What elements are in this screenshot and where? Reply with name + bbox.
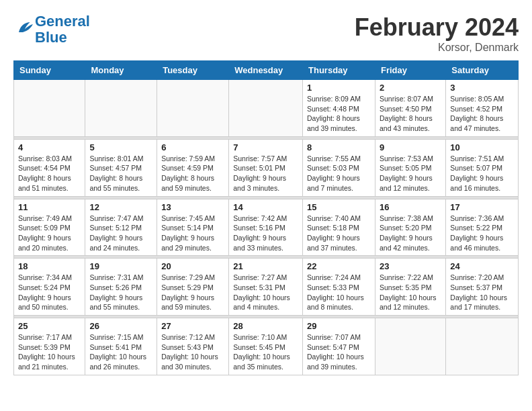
- day-number: 16: [380, 202, 441, 212]
- day-info: Sunrise: 7:40 AM Sunset: 5:18 PM Dayligh…: [307, 214, 371, 253]
- calendar-cell: 20Sunrise: 7:29 AM Sunset: 5:29 PM Dayli…: [157, 259, 229, 316]
- day-info: Sunrise: 7:10 AM Sunset: 5:45 PM Dayligh…: [233, 332, 298, 372]
- day-info: Sunrise: 7:27 AM Sunset: 5:31 PM Dayligh…: [233, 273, 298, 312]
- day-number: 27: [161, 321, 224, 331]
- day-number: 9: [380, 142, 441, 152]
- calendar-cell: [229, 80, 303, 137]
- logo-text: General Blue: [35, 13, 90, 46]
- day-number: 5: [89, 142, 152, 152]
- day-number: 1: [307, 83, 371, 93]
- calendar-cell: 12Sunrise: 7:47 AM Sunset: 5:12 PM Dayli…: [85, 199, 157, 256]
- day-info: Sunrise: 7:55 AM Sunset: 5:03 PM Dayligh…: [307, 154, 371, 193]
- day-info: Sunrise: 8:05 AM Sunset: 4:52 PM Dayligh…: [450, 94, 514, 134]
- day-info: Sunrise: 7:34 AM Sunset: 5:24 PM Dayligh…: [18, 273, 81, 312]
- day-info: Sunrise: 7:59 AM Sunset: 4:59 PM Dayligh…: [161, 154, 224, 193]
- calendar-cell: [446, 318, 519, 375]
- calendar-cell: 13Sunrise: 7:45 AM Sunset: 5:14 PM Dayli…: [157, 199, 229, 256]
- day-number: 8: [307, 142, 371, 152]
- day-number: 11: [18, 202, 81, 212]
- day-number: 6: [161, 142, 224, 152]
- day-info: Sunrise: 8:07 AM Sunset: 4:50 PM Dayligh…: [380, 94, 441, 134]
- day-number: 20: [161, 261, 224, 271]
- calendar-cell: 4Sunrise: 8:03 AM Sunset: 4:54 PM Daylig…: [14, 139, 85, 196]
- calendar-cell: 28Sunrise: 7:10 AM Sunset: 5:45 PM Dayli…: [229, 318, 303, 375]
- day-number: 29: [307, 321, 371, 331]
- calendar-cell: 1Sunrise: 8:09 AM Sunset: 4:48 PM Daylig…: [303, 80, 375, 137]
- weekday-header-tuesday: Tuesday: [157, 61, 229, 80]
- calendar-cell: 15Sunrise: 7:40 AM Sunset: 5:18 PM Dayli…: [303, 199, 375, 256]
- day-info: Sunrise: 7:36 AM Sunset: 5:22 PM Dayligh…: [450, 214, 514, 253]
- calendar-cell: [14, 80, 85, 137]
- calendar-cell: 25Sunrise: 7:17 AM Sunset: 5:39 PM Dayli…: [14, 318, 85, 375]
- calendar-cell: 9Sunrise: 7:53 AM Sunset: 5:05 PM Daylig…: [375, 139, 445, 196]
- day-number: 25: [18, 321, 81, 331]
- day-number: 2: [380, 83, 441, 93]
- page-header: General Blue February 2024 Korsor, Denma…: [13, 13, 519, 54]
- day-info: Sunrise: 8:03 AM Sunset: 4:54 PM Dayligh…: [18, 154, 81, 193]
- calendar-cell: [157, 80, 229, 137]
- day-info: Sunrise: 7:45 AM Sunset: 5:14 PM Dayligh…: [161, 214, 224, 253]
- calendar-cell: 8Sunrise: 7:55 AM Sunset: 5:03 PM Daylig…: [303, 139, 375, 196]
- weekday-header-wednesday: Wednesday: [229, 61, 303, 80]
- week-row-4: 18Sunrise: 7:34 AM Sunset: 5:24 PM Dayli…: [14, 259, 519, 316]
- calendar-cell: 14Sunrise: 7:42 AM Sunset: 5:16 PM Dayli…: [229, 199, 303, 256]
- calendar-cell: 6Sunrise: 7:59 AM Sunset: 4:59 PM Daylig…: [157, 139, 229, 196]
- day-number: 3: [450, 83, 514, 93]
- weekday-header-saturday: Saturday: [446, 61, 519, 80]
- logo-icon: [15, 18, 35, 38]
- day-number: 22: [307, 261, 371, 271]
- calendar-cell: 3Sunrise: 8:05 AM Sunset: 4:52 PM Daylig…: [446, 80, 519, 137]
- calendar-cell: 11Sunrise: 7:49 AM Sunset: 5:09 PM Dayli…: [14, 199, 85, 256]
- logo-text-general: General: [35, 13, 90, 30]
- location-title: Korsor, Denmark: [355, 42, 519, 54]
- calendar-cell: 16Sunrise: 7:38 AM Sunset: 5:20 PM Dayli…: [375, 199, 445, 256]
- day-number: 19: [89, 261, 152, 271]
- day-info: Sunrise: 7:20 AM Sunset: 5:37 PM Dayligh…: [450, 273, 514, 312]
- day-number: 7: [233, 142, 298, 152]
- day-info: Sunrise: 7:42 AM Sunset: 5:16 PM Dayligh…: [233, 214, 298, 253]
- title-block: February 2024 Korsor, Denmark: [355, 13, 519, 54]
- calendar-cell: 23Sunrise: 7:22 AM Sunset: 5:35 PM Dayli…: [375, 259, 445, 316]
- calendar-cell: 5Sunrise: 8:01 AM Sunset: 4:57 PM Daylig…: [85, 139, 157, 196]
- weekday-header-sunday: Sunday: [14, 61, 85, 80]
- day-number: 18: [18, 261, 81, 271]
- day-info: Sunrise: 7:47 AM Sunset: 5:12 PM Dayligh…: [89, 214, 152, 253]
- day-info: Sunrise: 7:24 AM Sunset: 5:33 PM Dayligh…: [307, 273, 371, 312]
- weekday-header-monday: Monday: [85, 61, 157, 80]
- calendar-cell: 27Sunrise: 7:12 AM Sunset: 5:43 PM Dayli…: [157, 318, 229, 375]
- calendar-cell: 24Sunrise: 7:20 AM Sunset: 5:37 PM Dayli…: [446, 259, 519, 316]
- calendar-cell: 21Sunrise: 7:27 AM Sunset: 5:31 PM Dayli…: [229, 259, 303, 316]
- day-number: 10: [450, 142, 514, 152]
- day-info: Sunrise: 7:17 AM Sunset: 5:39 PM Dayligh…: [18, 332, 81, 372]
- day-number: 21: [233, 261, 298, 271]
- calendar-cell: [85, 80, 157, 137]
- day-info: Sunrise: 7:31 AM Sunset: 5:26 PM Dayligh…: [89, 273, 152, 312]
- day-info: Sunrise: 7:07 AM Sunset: 5:47 PM Dayligh…: [307, 332, 371, 372]
- day-info: Sunrise: 7:53 AM Sunset: 5:05 PM Dayligh…: [380, 154, 441, 193]
- logo-text-blue: Blue: [35, 29, 67, 46]
- day-number: 13: [161, 202, 224, 212]
- day-info: Sunrise: 8:09 AM Sunset: 4:48 PM Dayligh…: [307, 94, 371, 134]
- day-info: Sunrise: 7:22 AM Sunset: 5:35 PM Dayligh…: [380, 273, 441, 312]
- week-row-1: 1Sunrise: 8:09 AM Sunset: 4:48 PM Daylig…: [14, 80, 519, 137]
- calendar-cell: 7Sunrise: 7:57 AM Sunset: 5:01 PM Daylig…: [229, 139, 303, 196]
- calendar-cell: 17Sunrise: 7:36 AM Sunset: 5:22 PM Dayli…: [446, 199, 519, 256]
- day-info: Sunrise: 7:57 AM Sunset: 5:01 PM Dayligh…: [233, 154, 298, 193]
- day-info: Sunrise: 7:29 AM Sunset: 5:29 PM Dayligh…: [161, 273, 224, 312]
- week-row-3: 11Sunrise: 7:49 AM Sunset: 5:09 PM Dayli…: [14, 199, 519, 256]
- calendar-cell: 22Sunrise: 7:24 AM Sunset: 5:33 PM Dayli…: [303, 259, 375, 316]
- calendar-cell: 18Sunrise: 7:34 AM Sunset: 5:24 PM Dayli…: [14, 259, 85, 316]
- weekday-header-friday: Friday: [375, 61, 445, 80]
- day-number: 28: [233, 321, 298, 331]
- weekday-header-row: SundayMondayTuesdayWednesdayThursdayFrid…: [14, 61, 519, 80]
- weekday-header-thursday: Thursday: [303, 61, 375, 80]
- day-number: 24: [450, 261, 514, 271]
- day-number: 12: [89, 202, 152, 212]
- month-title: February 2024: [355, 13, 519, 42]
- day-info: Sunrise: 7:49 AM Sunset: 5:09 PM Dayligh…: [18, 214, 81, 253]
- calendar-table: SundayMondayTuesdayWednesdayThursdayFrid…: [13, 60, 519, 375]
- day-info: Sunrise: 7:51 AM Sunset: 5:07 PM Dayligh…: [450, 154, 514, 193]
- day-number: 26: [89, 321, 152, 331]
- day-number: 17: [450, 202, 514, 212]
- day-number: 4: [18, 142, 81, 152]
